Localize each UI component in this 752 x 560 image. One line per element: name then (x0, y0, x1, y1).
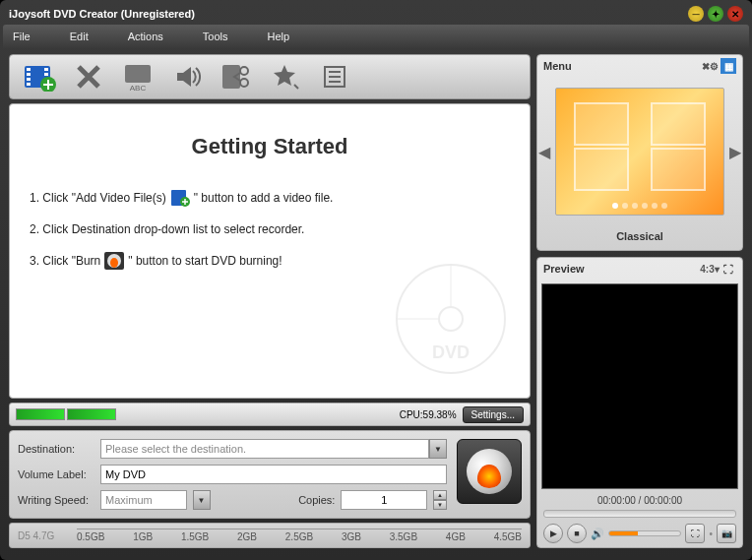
menu-layout-icon[interactable]: ▦ (721, 58, 736, 74)
heading: Getting Started (30, 134, 510, 159)
svg-rect-1 (27, 68, 31, 71)
menu-tools-icon[interactable]: ✖⚙ (702, 58, 718, 74)
volume-field[interactable] (100, 465, 447, 484)
svg-rect-3 (27, 78, 31, 81)
menu-actions[interactable]: Actions (128, 31, 163, 42)
burn-button[interactable] (457, 439, 522, 504)
snapshot-icon[interactable]: 📷 (717, 524, 736, 543)
trim-button[interactable] (217, 59, 256, 94)
speed-field[interactable] (100, 490, 187, 510)
effects-button[interactable] (266, 59, 305, 94)
stop-button[interactable]: ■ (567, 524, 587, 543)
copies-field[interactable] (341, 490, 427, 510)
window-title: iJoysoft DVD Creator (Unregistered) (9, 8, 684, 20)
svg-point-13 (240, 67, 248, 75)
svg-text:DVD: DVD (432, 342, 470, 362)
fullscreen-icon[interactable]: ⛶ (721, 261, 736, 277)
svg-rect-10 (125, 65, 151, 83)
copies-down[interactable]: ▼ (433, 500, 447, 510)
svg-rect-2 (27, 73, 31, 76)
cpu-label: CPU:59.38% (400, 409, 457, 420)
maximize-button[interactable]: ✦ (708, 6, 723, 22)
preview-title: Preview (543, 263, 585, 275)
add-video-button[interactable] (20, 59, 59, 94)
preview-video (541, 283, 738, 489)
svg-point-25 (439, 307, 463, 331)
svg-text:ABC: ABC (130, 84, 147, 91)
speed-label: Writing Speed: (18, 494, 94, 506)
speed-dropdown[interactable]: ▼ (193, 490, 211, 510)
menu-tools[interactable]: Tools (203, 31, 228, 42)
dvd-watermark-icon: DVD (392, 260, 510, 378)
svg-rect-12 (222, 65, 240, 89)
step-2: 2. Click Destination drop-down list to s… (30, 222, 510, 236)
menu-panel: Menu ✖⚙ ▦ ◀ ▶ Classical (536, 54, 743, 251)
preview-scrubber[interactable] (543, 510, 736, 518)
size-ruler: D5 4.7G 0.5GB 1GB 1.5GB 2GB 2.5GB 3GB 3.… (9, 523, 531, 548)
menu-panel-title: Menu (543, 60, 572, 72)
svg-rect-6 (44, 73, 48, 76)
audio-button[interactable] (167, 59, 207, 94)
menu-help[interactable]: Help (267, 31, 289, 42)
destination-field[interactable] (100, 439, 429, 459)
status-bar: CPU:59.38% Settings... (9, 403, 531, 426)
volume-slider[interactable] (608, 530, 681, 536)
menu-next-button[interactable]: ▶ (728, 143, 742, 161)
svg-point-23 (110, 258, 118, 268)
destination-dropdown[interactable]: ▼ (429, 439, 447, 459)
svg-rect-4 (27, 83, 31, 86)
aspect-ratio-button[interactable]: 4:3▾ (702, 261, 718, 277)
menu-edit[interactable]: Edit (70, 31, 89, 42)
play-button[interactable]: ▶ (543, 524, 563, 543)
menu-thumbnail[interactable] (555, 88, 724, 216)
burn-settings-panel: Destination: ▼ Volume Label: Writing Spe… (9, 430, 531, 519)
rename-button[interactable]: ABC (118, 59, 157, 94)
svg-point-14 (240, 79, 248, 87)
menu-caption: Classical (537, 226, 742, 250)
expand-icon[interactable]: ⛶ (685, 524, 705, 543)
volume-label: Volume Label: (18, 468, 94, 480)
volume-icon[interactable]: 🔊 (591, 528, 604, 540)
settings-button[interactable]: Settings... (463, 406, 524, 423)
destination-label: Destination: (18, 443, 94, 455)
minimize-button[interactable]: ─ (688, 6, 704, 22)
delete-button[interactable] (69, 59, 108, 94)
preview-time: 00:00:00 / 00:00:00 (537, 493, 742, 508)
chapter-button[interactable] (315, 59, 354, 94)
copies-up[interactable]: ▲ (433, 490, 447, 500)
preview-panel: Preview 4:3▾ ⛶ 00:00:00 / 00:00:00 ▶ ■ 🔊… (536, 257, 743, 548)
burn-small-icon (104, 252, 124, 270)
menubar: File Edit Actions Tools Help (3, 25, 749, 48)
copies-label: Copies: (298, 494, 335, 506)
disc-type-label: D5 4.7G (18, 530, 77, 541)
svg-rect-5 (44, 68, 48, 71)
film-add-icon (170, 189, 190, 207)
getting-started-card: Getting Started 1. Click "Add Video File… (9, 103, 531, 399)
toolbar: ABC (9, 54, 531, 99)
step-1: 1. Click "Add Video File(s) " button to … (30, 189, 510, 207)
menu-prev-button[interactable]: ◀ (537, 143, 551, 161)
menu-file[interactable]: File (13, 31, 31, 42)
close-button[interactable]: ✕ (727, 6, 743, 22)
cpu-meter (16, 408, 116, 420)
flame-icon (477, 465, 501, 488)
